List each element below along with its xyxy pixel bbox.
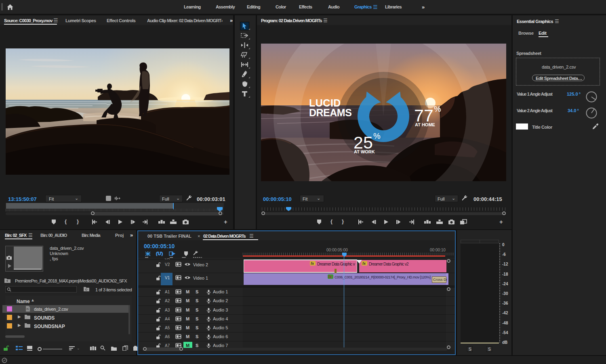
svg-text:%: %	[373, 132, 381, 140]
svg-text:Pr: Pr	[27, 308, 29, 310]
svg-text:DREAMS: DREAMS	[309, 107, 351, 118]
svg-text:AT WORK: AT WORK	[354, 149, 375, 154]
svg-text:AT HOME: AT HOME	[415, 122, 435, 127]
svg-text:%: %	[434, 105, 441, 113]
